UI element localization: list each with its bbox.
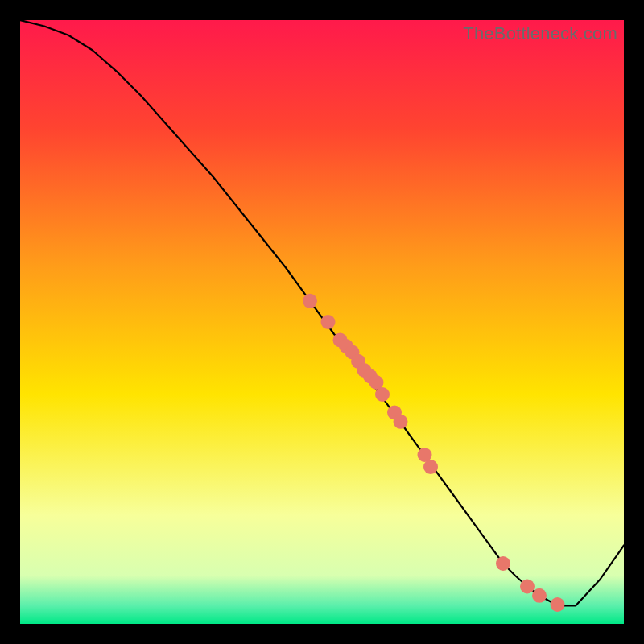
data-point (551, 597, 565, 612)
data-point (496, 556, 510, 571)
data-point (532, 588, 547, 603)
data-point (394, 415, 408, 429)
data-point (520, 580, 535, 594)
chart-svg (20, 20, 624, 624)
data-point (423, 460, 438, 474)
watermark-text: TheBottleneck.com (463, 23, 617, 44)
data-point (303, 294, 317, 308)
chart-frame: TheBottleneck.com (20, 20, 624, 624)
data-point (321, 315, 336, 329)
data-point (375, 387, 390, 402)
